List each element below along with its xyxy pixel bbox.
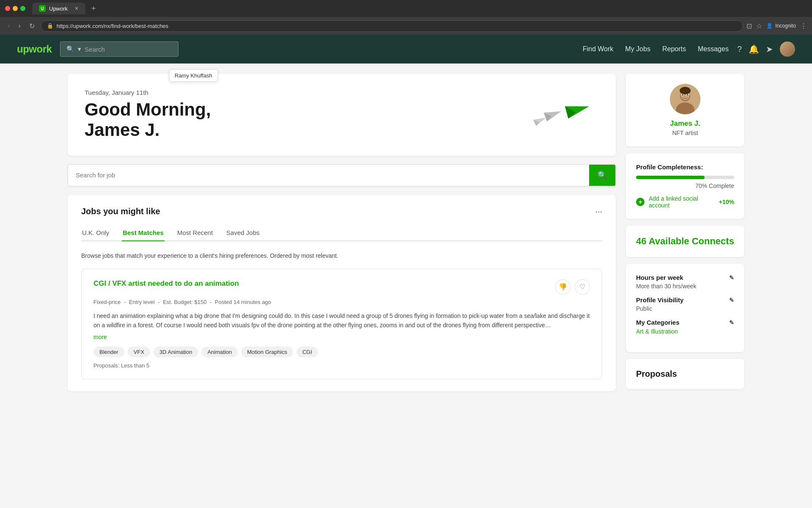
job-separator2: - bbox=[158, 299, 161, 305]
browser-title-bar: U Upwork ✕ + bbox=[0, 0, 812, 17]
notifications-icon[interactable]: 🔔 bbox=[749, 44, 759, 54]
tab-uk-only[interactable]: U.K. Only bbox=[81, 225, 110, 241]
welcome-greeting: Good Morning, James J. bbox=[85, 99, 211, 141]
help-icon[interactable]: ? bbox=[737, 44, 742, 54]
search-icon: 🔍 bbox=[66, 45, 74, 53]
proposals-card: Proposals bbox=[626, 359, 744, 389]
job-description: I need an animation explaining what a bi… bbox=[93, 311, 590, 330]
job-tags: Blender VFX 3D Animation Animation Motio… bbox=[93, 347, 590, 357]
jobs-tabs: U.K. Only Best Matches Most Recent Saved… bbox=[81, 225, 602, 241]
svg-point-12 bbox=[682, 94, 683, 96]
hours-per-week-section: Hours per week ✎ More than 30 hrs/week bbox=[636, 274, 734, 290]
job-separator1: - bbox=[124, 299, 127, 305]
svg-point-14 bbox=[680, 87, 691, 94]
search-placeholder-text: Search bbox=[85, 46, 105, 53]
profile-visibility-value: Public bbox=[636, 305, 734, 312]
bookmark-icon[interactable]: ☆ bbox=[756, 22, 762, 30]
tag-motion-graphics[interactable]: Motion Graphics bbox=[241, 347, 293, 357]
job-search-bar: 🔍 bbox=[68, 164, 616, 186]
new-tab-button[interactable]: + bbox=[91, 4, 96, 13]
progress-bar-fill bbox=[636, 176, 705, 179]
proposals-heading: Proposals bbox=[636, 369, 734, 379]
back-button[interactable]: ‹ bbox=[5, 20, 12, 31]
tag-animation[interactable]: Animation bbox=[201, 347, 238, 357]
nav-my-jobs[interactable]: My Jobs bbox=[625, 45, 650, 53]
nav-reports[interactable]: Reports bbox=[662, 45, 686, 53]
cast-icon[interactable]: ⊡ bbox=[746, 22, 752, 30]
job-budget: Est. Budget: $150 bbox=[163, 299, 206, 305]
greeting-line1: Good Morning, bbox=[85, 99, 211, 119]
tab-close-button[interactable]: ✕ bbox=[74, 6, 79, 11]
nav-find-work[interactable]: Find Work bbox=[583, 45, 614, 53]
profile-card: James J. NFT artist bbox=[626, 74, 744, 146]
tab-saved-jobs[interactable]: Saved Jobs bbox=[225, 225, 260, 241]
welcome-text: Tuesday, January 11th Good Morning, Jame… bbox=[85, 89, 211, 141]
traffic-lights bbox=[5, 6, 25, 11]
close-window-button[interactable] bbox=[5, 6, 10, 11]
job-item-header: CGI / VFX artist needed to do an animati… bbox=[93, 279, 590, 295]
profile-completeness-card: Profile Completeness: 70% Complete + Add… bbox=[626, 153, 744, 219]
forward-button[interactable]: › bbox=[16, 20, 23, 31]
profile-settings-card: Hours per week ✎ More than 30 hrs/week P… bbox=[626, 264, 744, 352]
job-more-link[interactable]: more bbox=[93, 334, 107, 340]
reload-button[interactable]: ↻ bbox=[27, 20, 37, 32]
connects-card: 46 Available Connects bbox=[626, 226, 744, 257]
job-title[interactable]: CGI / VFX artist needed to do an animati… bbox=[93, 279, 239, 288]
maximize-window-button[interactable] bbox=[20, 6, 25, 11]
job-posted: Posted 14 minutes ago bbox=[215, 299, 271, 305]
content-area: Tuesday, January 11th Good Morning, Jame… bbox=[68, 74, 616, 498]
thumbs-down-icon: 👎 bbox=[559, 283, 567, 291]
browse-description: Browse jobs that match your experience t… bbox=[81, 251, 602, 260]
jobs-header: Jobs you might like ··· bbox=[81, 207, 602, 216]
categories-edit-button[interactable]: ✎ bbox=[729, 319, 734, 326]
job-actions: 👎 ♡ bbox=[555, 279, 590, 295]
incognito-label: Incognito bbox=[775, 23, 796, 29]
completeness-percent: 70% Complete bbox=[636, 182, 734, 189]
tag-vfx[interactable]: VFX bbox=[128, 347, 150, 357]
tag-3d-animation[interactable]: 3D Animation bbox=[154, 347, 198, 357]
hours-per-week-value: More than 30 hrs/week bbox=[636, 283, 734, 290]
upwork-logo[interactable]: upwork bbox=[17, 43, 52, 55]
profile-visibility-label: Profile Visibility ✎ bbox=[636, 296, 734, 304]
tag-cgi[interactable]: CGI bbox=[296, 347, 318, 357]
job-search-button[interactable]: 🔍 bbox=[589, 165, 615, 186]
upwork-header: upwork 🔍 ▾ Search Find Work My Jobs Repo… bbox=[0, 35, 812, 64]
url-text: https://upwork.com/nx/find-work/best-mat… bbox=[57, 23, 168, 29]
avatar-image bbox=[670, 84, 700, 114]
main-container: Tuesday, January 11th Good Morning, Jame… bbox=[0, 64, 812, 508]
dislike-job-button[interactable]: 👎 bbox=[555, 279, 571, 295]
jobs-title: Jobs you might like bbox=[81, 207, 160, 216]
save-job-button[interactable]: ♡ bbox=[575, 279, 590, 295]
add-social-section: + Add a linked social account +10% bbox=[636, 195, 734, 209]
category-link[interactable]: Art & Illustration bbox=[636, 328, 678, 335]
job-level: Entry level bbox=[129, 299, 155, 305]
tag-blender[interactable]: Blender bbox=[93, 347, 124, 357]
tab-most-recent[interactable]: Most Recent bbox=[176, 225, 214, 241]
welcome-card: Tuesday, January 11th Good Morning, Jame… bbox=[68, 74, 616, 156]
add-social-link[interactable]: Add a linked social account bbox=[649, 195, 713, 209]
job-description-text: I need an animation explaining what a bi… bbox=[93, 312, 590, 329]
address-bar[interactable]: 🔒 https://upwork.com/nx/find-work/best-m… bbox=[41, 20, 743, 32]
search-submit-icon: 🔍 bbox=[598, 171, 607, 179]
user-avatar[interactable] bbox=[780, 41, 795, 57]
minimize-window-button[interactable] bbox=[13, 6, 18, 11]
completeness-label: Profile Completeness: bbox=[636, 163, 734, 171]
user-tooltip: Ramy Khuffash bbox=[169, 69, 218, 82]
menu-icon[interactable]: ⋮ bbox=[800, 22, 807, 30]
add-social-bonus: +10% bbox=[719, 199, 734, 205]
messages-icon[interactable]: ➤ bbox=[766, 44, 773, 54]
job-search-input[interactable] bbox=[68, 165, 589, 186]
nav-messages[interactable]: Messages bbox=[698, 45, 729, 53]
my-categories-label: My Categories ✎ bbox=[636, 319, 734, 326]
job-meta: Fixed-price - Entry level - Est. Budget:… bbox=[93, 299, 590, 305]
tab-best-matches[interactable]: Best Matches bbox=[122, 225, 165, 241]
connects-count[interactable]: 46 Available Connects bbox=[636, 236, 734, 247]
profile-name[interactable]: James J. bbox=[636, 119, 734, 128]
browser-tab[interactable]: U Upwork ✕ bbox=[32, 3, 85, 14]
header-search-bar[interactable]: 🔍 ▾ Search bbox=[60, 41, 178, 57]
hours-edit-button[interactable]: ✎ bbox=[729, 274, 734, 281]
visibility-edit-button[interactable]: ✎ bbox=[729, 297, 734, 304]
jobs-more-button[interactable]: ··· bbox=[595, 207, 602, 216]
job-separator3: - bbox=[210, 299, 213, 305]
jobs-card: Jobs you might like ··· U.K. Only Best M… bbox=[68, 195, 616, 392]
